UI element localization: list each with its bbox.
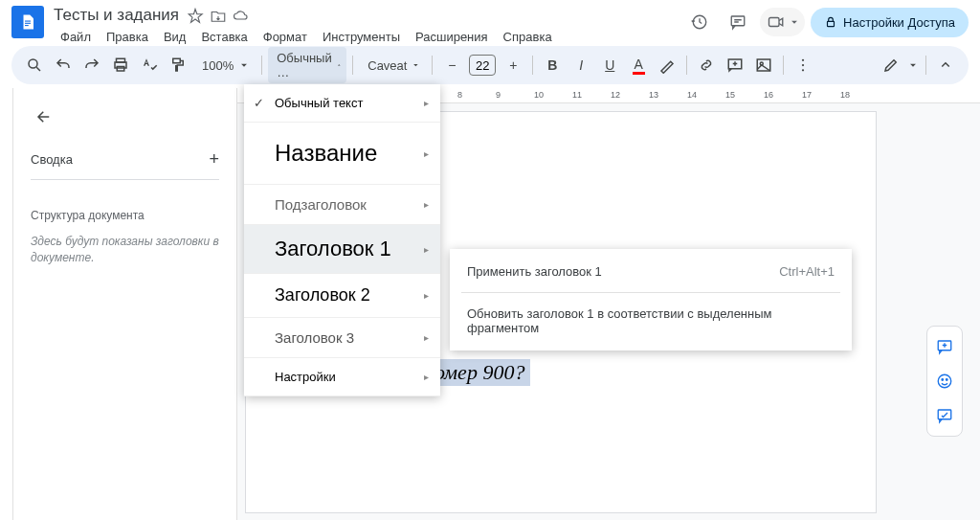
add-comment-icon[interactable] — [722, 52, 748, 79]
style-normal[interactable]: ✓Обычный текст▸ — [244, 84, 440, 123]
toolbar: 100% Обычный … Caveat − + B I U A — [11, 46, 969, 84]
meet-button[interactable] — [760, 8, 805, 36]
italic-icon[interactable]: I — [568, 52, 594, 79]
menu-insert[interactable]: Вставка — [194, 28, 254, 46]
svg-rect-4 — [769, 18, 780, 27]
style-subtitle[interactable]: Подзаголовок▸ — [244, 185, 440, 225]
style-options[interactable]: Настройки▸ — [244, 358, 440, 396]
font-size-minus[interactable]: − — [438, 52, 465, 79]
docs-logo[interactable] — [11, 6, 44, 38]
underline-icon[interactable]: U — [596, 52, 623, 79]
move-icon[interactable] — [210, 8, 225, 23]
svg-point-19 — [942, 379, 944, 381]
doc-title[interactable]: Тесты и задания — [54, 6, 179, 25]
side-suggest-icon[interactable] — [930, 401, 959, 430]
submenu-update[interactable]: Обновить заголовок 1 в соответствии с вы… — [450, 295, 852, 347]
font-combo[interactable]: Caveat — [359, 55, 426, 77]
paint-format-icon[interactable] — [165, 52, 191, 79]
svg-rect-21 — [938, 410, 951, 419]
bold-icon[interactable]: B — [539, 52, 566, 79]
comments-icon[interactable] — [722, 6, 754, 38]
menu-bar: Файл Правка Вид Вставка Формат Инструмен… — [54, 28, 683, 46]
svg-rect-1 — [25, 23, 31, 24]
outline-empty-msg: Здесь будут показаны заголовки в докумен… — [31, 234, 219, 266]
svg-point-16 — [802, 69, 804, 71]
star-icon[interactable] — [187, 8, 202, 23]
side-buttons — [926, 326, 963, 437]
spellcheck-icon[interactable] — [136, 52, 163, 79]
chevron-down-icon[interactable] — [906, 58, 920, 72]
edit-mode-icon[interactable] — [878, 52, 904, 79]
submenu-apply[interactable]: Применить заголовок 1Ctrl+Alt+1 — [450, 253, 852, 290]
text-color-icon[interactable]: A — [625, 52, 652, 79]
style-h3[interactable]: Заголовок 3▸ — [244, 318, 440, 358]
font-size-input[interactable] — [469, 55, 496, 76]
svg-point-6 — [29, 59, 37, 68]
share-label: Настройки Доступа — [843, 15, 955, 30]
side-comment-icon[interactable] — [930, 332, 959, 361]
print-icon[interactable] — [107, 52, 134, 79]
more-icon[interactable] — [790, 52, 816, 79]
vertical-ruler — [0, 88, 13, 520]
zoom-combo[interactable]: 100% — [193, 55, 256, 77]
menu-file[interactable]: Файл — [54, 28, 98, 46]
image-icon[interactable] — [750, 52, 777, 79]
outline-panel: Сводка + Структура документа Здесь будут… — [13, 88, 237, 520]
side-emoji-icon[interactable] — [930, 367, 959, 396]
style-title[interactable]: Название▸ — [244, 123, 440, 185]
menu-tools[interactable]: Инструменты — [316, 28, 407, 46]
redo-icon[interactable] — [78, 52, 105, 79]
svg-rect-3 — [731, 16, 745, 26]
style-h1[interactable]: Заголовок 1▸ — [244, 225, 440, 274]
svg-point-20 — [947, 379, 948, 381]
menu-format[interactable]: Формат — [256, 28, 314, 46]
font-size-plus[interactable]: + — [500, 52, 526, 79]
svg-point-18 — [938, 374, 951, 388]
svg-rect-0 — [25, 21, 31, 22]
history-icon[interactable] — [683, 6, 716, 38]
share-button[interactable]: Настройки Доступа — [811, 8, 969, 37]
link-icon[interactable] — [693, 52, 720, 79]
search-icon[interactable] — [21, 52, 48, 79]
collapse-toolbar-icon[interactable] — [932, 52, 959, 79]
styles-combo[interactable]: Обычный … — [268, 47, 346, 83]
highlight-icon[interactable] — [654, 52, 680, 79]
add-summary-icon[interactable]: + — [209, 149, 219, 170]
svg-rect-2 — [25, 25, 29, 26]
cloud-icon[interactable] — [233, 8, 248, 23]
style-h2[interactable]: Заголовок 2▸ — [244, 274, 440, 318]
outline-structure-label: Структура документа — [31, 209, 219, 222]
svg-point-14 — [802, 59, 804, 61]
svg-point-15 — [802, 64, 804, 66]
outline-summary: Сводка — [31, 152, 73, 167]
menu-help[interactable]: Справка — [497, 28, 559, 46]
menu-view[interactable]: Вид — [157, 28, 193, 46]
styles-dropdown: ✓Обычный текст▸ Название▸ Подзаголовок▸ … — [244, 84, 440, 396]
back-icon[interactable] — [31, 103, 57, 130]
menu-edit[interactable]: Правка — [100, 28, 155, 46]
heading-submenu: Применить заголовок 1Ctrl+Alt+1 Обновить… — [450, 249, 852, 350]
svg-rect-5 — [828, 21, 835, 26]
undo-icon[interactable] — [50, 52, 77, 79]
svg-rect-10 — [173, 58, 181, 63]
menu-extensions[interactable]: Расширения — [409, 28, 495, 46]
